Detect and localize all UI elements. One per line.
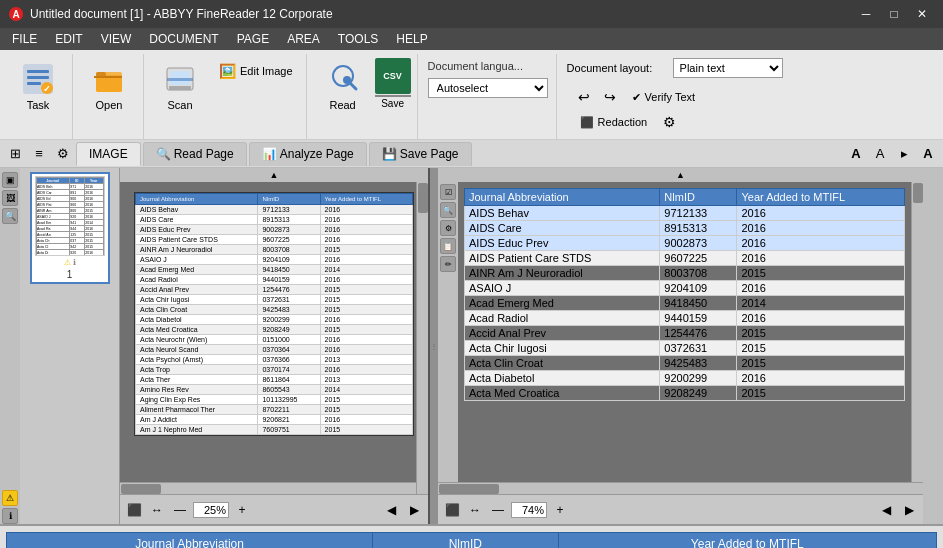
text-zoom-out-button[interactable]: — — [488, 500, 508, 520]
tab-analyze-page[interactable]: 📊 Analyze Page — [249, 142, 367, 166]
text-scroll-right-button[interactable]: ▶ — [899, 500, 919, 520]
table-cell: 1254476 — [660, 326, 737, 341]
doc-layout-select[interactable]: Plain text — [673, 58, 783, 78]
text-hscroll-thumb[interactable] — [439, 484, 499, 494]
task-button[interactable]: ✓ Task — [10, 56, 66, 126]
text-icon-2[interactable]: 🔍 — [440, 202, 456, 218]
table-row[interactable]: AIDS Educ Prev90028732016 — [465, 236, 905, 251]
text-content-area: Journal Abbreviation NlmID Year Added to… — [458, 182, 911, 482]
grid-view-button[interactable]: ⊞ — [4, 143, 26, 165]
table-row[interactable]: Acta Chir Iugosi03726312015 — [465, 341, 905, 356]
table-row[interactable]: Acta Clin Croat94254832015 — [465, 356, 905, 371]
thumbnail-page-1[interactable]: JournalIDYear AIDS Beh9712016 AIDS Car89… — [30, 172, 110, 284]
table-cell: 2016 — [737, 236, 905, 251]
undo-button[interactable]: ↩ — [573, 86, 595, 108]
minimize-button[interactable]: ─ — [853, 4, 879, 24]
menu-tools[interactable]: TOOLS — [330, 30, 386, 48]
table-row[interactable]: ASAIO J92041092016 — [465, 281, 905, 296]
text-fit-button[interactable]: ⬛ — [442, 500, 462, 520]
scroll-left-button[interactable]: ◀ — [381, 500, 401, 520]
menu-help[interactable]: HELP — [388, 30, 435, 48]
table-row[interactable]: AINR Am J Neuroradiol80037082015 — [465, 266, 905, 281]
table-row[interactable]: Acad Emerg Med94184502014 — [465, 296, 905, 311]
text-zoom-input[interactable]: 74% — [511, 502, 547, 518]
text-icon-3[interactable]: ⚙ — [440, 220, 456, 236]
redaction-button[interactable]: ⬛ Redaction — [573, 113, 655, 132]
fit-width-button[interactable]: ↔ — [147, 500, 167, 520]
page-settings-button[interactable]: ⚙ — [52, 143, 74, 165]
doc-language-select[interactable]: Autoselect — [428, 78, 548, 98]
right-toolbar: A A ▸ A — [845, 143, 939, 165]
zoom-out-button[interactable]: — — [170, 500, 190, 520]
maximize-button[interactable]: □ — [881, 4, 907, 24]
tools-button[interactable]: ⚙ — [658, 111, 680, 133]
list-view-button[interactable]: ≡ — [28, 143, 50, 165]
menu-view[interactable]: VIEW — [93, 30, 140, 48]
text-scroll-left-button[interactable]: ◀ — [876, 500, 896, 520]
menu-edit[interactable]: EDIT — [47, 30, 90, 48]
menu-area[interactable]: AREA — [279, 30, 328, 48]
expand-button[interactable]: ▸ — [893, 143, 915, 165]
text-vscroll[interactable] — [911, 182, 923, 482]
tab-read-page[interactable]: 🔍 Read Page — [143, 142, 247, 166]
scan-zoom-input[interactable]: 25% — [193, 502, 229, 518]
text-vscroll-thumb[interactable] — [913, 183, 923, 203]
view-icon-warn[interactable]: ⚠ — [2, 490, 18, 506]
svg-rect-3 — [27, 70, 49, 73]
view-icon-info[interactable]: ℹ — [2, 508, 18, 524]
edit-image-button[interactable]: 🖼️ Edit Image — [212, 60, 300, 82]
layout-row: Document layout: Plain text — [567, 58, 783, 78]
text-icon-4[interactable]: 📋 — [440, 238, 456, 254]
text-icon-5[interactable]: ✏ — [440, 256, 456, 272]
table-row[interactable]: Acta Med Croatica92082492015 — [465, 386, 905, 401]
secondary-toolbar: ⊞ ≡ ⚙ IMAGE 🔍 Read Page 📊 Analyze Page 💾… — [0, 140, 943, 168]
scan-scrollbar[interactable] — [416, 182, 428, 482]
vertical-splitter[interactable]: ⋮ — [430, 168, 438, 524]
scan-button[interactable]: Scan — [152, 56, 208, 126]
table-row[interactable]: Acad Radiol94401592016 — [465, 311, 905, 326]
verify-text-button[interactable]: ✔ Verify Text — [625, 88, 703, 107]
close-button[interactable]: ✕ — [909, 4, 935, 24]
view-icon-2[interactable]: 🖼 — [2, 190, 18, 206]
scroll-right-button[interactable]: ▶ — [404, 500, 424, 520]
app-icon: A — [8, 6, 24, 22]
view-icon-1[interactable]: ▣ — [2, 172, 18, 188]
scan-hscroll[interactable] — [120, 482, 428, 494]
zoom-in-button[interactable]: + — [232, 500, 252, 520]
font-style-button[interactable]: A — [869, 143, 891, 165]
font-button[interactable]: A — [845, 143, 867, 165]
text-zoom-in-button[interactable]: + — [550, 500, 570, 520]
svg-rect-5 — [27, 82, 41, 85]
table-cell: Acta Med Croatica — [465, 386, 660, 401]
table-row[interactable]: Accid Anal Prev12544762015 — [465, 326, 905, 341]
thumb-status-icons: ⚠ ℹ — [64, 258, 76, 267]
tab-save-page[interactable]: 💾 Save Page — [369, 142, 472, 166]
redo-button[interactable]: ↪ — [599, 86, 621, 108]
scan-scroll-thumb[interactable] — [418, 183, 428, 213]
table-row[interactable]: AIDS Behav97121332016 — [465, 206, 905, 221]
left-panel-tabs: ▣ 🖼 🔍 ⚠ ℹ — [0, 168, 20, 524]
table-row[interactable]: AIDS Patient Care STDS96072252016 — [465, 251, 905, 266]
ribbon: ✓ Task Open — [0, 50, 943, 140]
fit-page-button[interactable]: ⬛ — [124, 500, 144, 520]
window-title: Untitled document [1] - ABBYY FineReader… — [30, 7, 853, 21]
read-button[interactable]: Read — [315, 56, 371, 126]
scroll-up[interactable]: ▲ — [120, 168, 428, 182]
text-scroll-up[interactable]: ▲ — [438, 168, 923, 182]
save-csv-icon[interactable]: CSV — [375, 58, 411, 94]
open-button[interactable]: Open — [81, 56, 137, 126]
view-icon-3[interactable]: 🔍 — [2, 208, 18, 224]
table-row[interactable]: AIDS Care89153132016 — [465, 221, 905, 236]
sort-button[interactable]: A — [917, 143, 939, 165]
menu-file[interactable]: FILE — [4, 30, 45, 48]
menu-page[interactable]: PAGE — [229, 30, 277, 48]
text-fit-width-button[interactable]: ↔ — [465, 500, 485, 520]
main-area: ▣ 🖼 🔍 ⚠ ℹ JournalIDYear AIDS Beh9712016 … — [0, 168, 943, 524]
text-icon-1[interactable]: ☑ — [440, 184, 456, 200]
table-row[interactable]: Acta Diabetol92002992016 — [465, 371, 905, 386]
menu-document[interactable]: DOCUMENT — [141, 30, 226, 48]
window-controls: ─ □ ✕ — [853, 4, 935, 24]
scan-hscroll-thumb[interactable] — [121, 484, 161, 494]
text-hscroll[interactable] — [438, 482, 923, 494]
tab-image[interactable]: IMAGE — [76, 142, 141, 166]
